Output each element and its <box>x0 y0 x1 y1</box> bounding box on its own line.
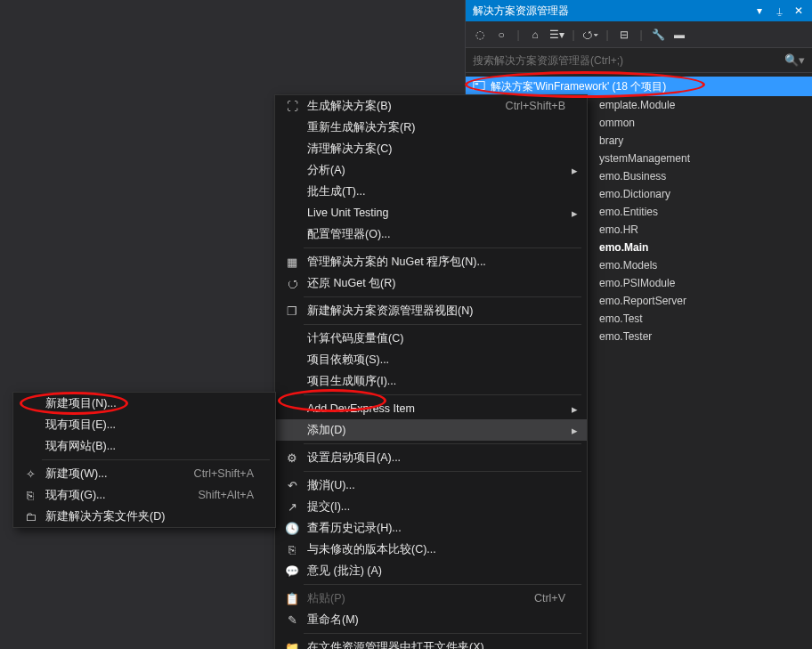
compare-icon: ⎘ <box>280 543 304 556</box>
submenu-arrow-icon: ▸ <box>565 424 578 437</box>
properties-icon[interactable]: ▬ <box>670 26 688 44</box>
solution-root-label: 解决方案'WinFramework' (18 个项目) <box>491 79 666 94</box>
close-icon[interactable]: ✕ <box>792 4 805 17</box>
collapse-icon[interactable]: ⊟ <box>615 26 633 44</box>
menu-item[interactable]: Add DevExpress Item▸ <box>275 398 587 419</box>
menu-separator <box>304 443 581 444</box>
panel-title: 解决方案资源管理器 <box>473 4 753 19</box>
newfolder-icon: 🗀 <box>19 510 42 523</box>
menu-item-label: 还原 NuGet 包(R) <box>304 276 544 291</box>
refresh-icon[interactable]: ⭯▾ <box>581 26 599 44</box>
forward-icon[interactable]: ○ <box>492 26 510 44</box>
menu-separator <box>304 324 581 325</box>
menu-item[interactable]: ▦管理解决方案的 NuGet 程序包(N)... <box>275 251 587 272</box>
svg-rect-0 <box>474 81 484 89</box>
menu-item-shortcut: Ctrl+Shift+A <box>173 467 254 480</box>
menu-item[interactable]: ⎘现有项(G)...Shift+Alt+A <box>13 484 275 506</box>
menu-item[interactable]: 📋粘贴(P)Ctrl+V <box>275 588 587 609</box>
menu-item-label: 与未修改的版本比较(C)... <box>304 542 544 557</box>
menu-item[interactable]: ↗提交(I)... <box>275 496 587 517</box>
context-menu-solution: ⛶生成解决方案(B)Ctrl+Shift+B重新生成解决方案(R)清理解决方案(… <box>274 94 588 649</box>
menu-item-label: Live Unit Testing <box>304 207 544 219</box>
show-all-icon[interactable]: ☰▾ <box>548 26 565 44</box>
menu-item-label: 提交(I)... <box>304 499 544 515</box>
menu-item[interactable]: 配置管理器(O)... <box>275 223 587 245</box>
menu-item[interactable]: ✎重命名(M) <box>275 609 587 630</box>
search-box[interactable]: 🔍▾ <box>466 48 812 73</box>
menu-item-shortcut: Ctrl+V <box>513 592 565 604</box>
menu-item[interactable]: 项目生成顺序(I)... <box>275 370 587 392</box>
solution-root-node[interactable]: 解决方案'WinFramework' (18 个项目) <box>466 77 812 96</box>
menu-separator <box>304 584 581 585</box>
menu-item[interactable]: 现有项目(E)... <box>13 414 275 435</box>
search-input[interactable] <box>473 54 784 67</box>
newview-icon: ❐ <box>280 304 304 318</box>
menu-item-label: 在文件资源管理器中打开文件夹(X) <box>304 640 544 650</box>
menu-item-label: 现有项目(E)... <box>42 418 232 433</box>
menu-item[interactable]: 计算代码度量值(C) <box>275 328 587 349</box>
panel-title-bar[interactable]: 解决方案资源管理器 ▾ ⍊ ✕ <box>466 0 812 21</box>
solution-icon <box>473 79 485 94</box>
menu-item[interactable]: 重新生成解决方案(R) <box>275 117 587 138</box>
menu-item-label: Add DevExpress Item <box>304 402 544 415</box>
menu-item[interactable]: ⎘与未修改的版本比较(C)... <box>275 539 587 560</box>
menu-item-label: 新建项(W)... <box>42 466 173 482</box>
menu-item[interactable]: 新建项目(N)... <box>13 393 275 414</box>
menu-item-shortcut: Ctrl+Shift+B <box>484 100 565 112</box>
menu-item-label: 批生成(T)... <box>304 184 544 199</box>
menu-item[interactable]: 🕓查看历史记录(H)... <box>275 517 587 539</box>
menu-item[interactable]: ⚙设置启动项目(A)... <box>275 447 587 468</box>
menu-separator <box>304 247 581 248</box>
menu-item-label: 重新生成解决方案(R) <box>304 120 544 135</box>
menu-item[interactable]: 💬意见 (批注) (A) <box>275 560 587 581</box>
menu-item-label: 生成解决方案(B) <box>304 99 484 114</box>
rename-icon: ✎ <box>280 613 304 627</box>
menu-separator <box>304 394 581 395</box>
dropdown-icon[interactable]: ▾ <box>753 4 766 17</box>
gear-icon: ⚙ <box>280 451 304 465</box>
menu-item-label: 项目依赖项(S)... <box>304 353 544 368</box>
folder-icon: 📁 <box>280 641 304 650</box>
menu-item-label: 新建项目(N)... <box>42 396 232 411</box>
newitem-icon: ✧ <box>19 467 42 481</box>
menu-item-label: 撤消(U)... <box>304 478 544 493</box>
back-icon[interactable]: ◌ <box>471 26 489 44</box>
nuget-icon: ▦ <box>280 256 304 269</box>
menu-item-label: 重命名(M) <box>304 612 544 628</box>
submenu-arrow-icon: ▸ <box>565 402 578 416</box>
menu-item-label: 清理解决方案(C) <box>304 142 544 157</box>
menu-item[interactable]: Live Unit Testing▸ <box>275 202 587 223</box>
menu-item[interactable]: 项目依赖项(S)... <box>275 349 587 370</box>
menu-item[interactable]: ⛶生成解决方案(B)Ctrl+Shift+B <box>275 95 587 117</box>
pin-icon[interactable]: ⍊ <box>773 4 785 17</box>
menu-item[interactable]: 现有网站(B)... <box>13 435 275 457</box>
menu-item[interactable]: ❐新建解决方案资源管理器视图(N) <box>275 300 587 321</box>
wrench-icon[interactable]: 🔧 <box>649 26 667 44</box>
menu-item[interactable]: 🗀新建解决方案文件夹(D) <box>13 506 275 527</box>
menu-item-label: 新建解决方案文件夹(D) <box>42 509 232 524</box>
commit-icon: ↗ <box>280 500 304 514</box>
menu-separator <box>304 633 581 634</box>
paste-icon: 📋 <box>280 592 304 605</box>
menu-item[interactable]: ⭯还原 NuGet 包(R) <box>275 272 587 294</box>
menu-item-label: 管理解决方案的 NuGet 程序包(N)... <box>304 255 544 270</box>
search-icon[interactable]: 🔍▾ <box>784 53 805 67</box>
menu-separator <box>304 296 581 297</box>
menu-item[interactable]: 添加(D)▸ <box>275 419 587 441</box>
menu-item-label: 现有网站(B)... <box>42 439 232 454</box>
menu-item[interactable]: 📁在文件资源管理器中打开文件夹(X) <box>275 637 587 649</box>
existitem-icon: ⎘ <box>19 489 42 502</box>
menu-item-label: 新建解决方案资源管理器视图(N) <box>304 304 544 319</box>
menu-item[interactable]: 分析(A)▸ <box>275 159 587 181</box>
menu-item[interactable]: 批生成(T)... <box>275 181 587 202</box>
menu-item-label: 查看历史记录(H)... <box>304 521 544 536</box>
menu-item-label: 配置管理器(O)... <box>304 227 544 242</box>
menu-item-label: 项目生成顺序(I)... <box>304 374 544 389</box>
build-icon: ⛶ <box>280 100 304 113</box>
submenu-arrow-icon: ▸ <box>565 207 578 220</box>
menu-item[interactable]: 清理解决方案(C) <box>275 138 587 159</box>
home-icon[interactable]: ⌂ <box>526 26 544 44</box>
menu-item[interactable]: ↶撤消(U)... <box>275 475 587 496</box>
menu-item[interactable]: ✧新建项(W)...Ctrl+Shift+A <box>13 463 275 484</box>
menu-item-label: 添加(D) <box>304 423 544 438</box>
